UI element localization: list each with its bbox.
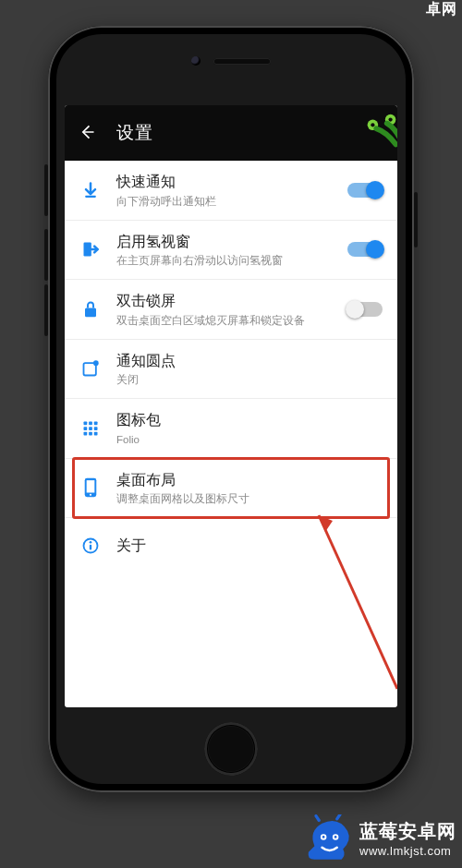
- svg-point-28: [322, 836, 325, 838]
- svg-rect-10: [89, 421, 92, 425]
- watermark-url: www.lmkjst.com: [359, 844, 456, 858]
- toggle-hydrogen[interactable]: [347, 242, 383, 257]
- item-subtitle: 关闭: [116, 373, 383, 387]
- grid-icon: [78, 420, 103, 437]
- svg-point-0: [368, 120, 379, 131]
- exit-right-icon: [78, 240, 103, 259]
- settings-item-icon-pack[interactable]: 图标包 Folio: [65, 399, 397, 459]
- item-title: 桌面布局: [116, 470, 383, 490]
- settings-item-hydrogen[interactable]: 启用氢视窗 在主页屏幕向右滑动以访问氢视窗: [65, 221, 397, 281]
- svg-point-29: [334, 836, 337, 838]
- item-title: 图标包: [116, 410, 383, 430]
- app-header: 设置: [65, 105, 397, 161]
- watermark: 蓝莓安卓网 www.lmkjst.com: [304, 814, 456, 862]
- watermark-title: 蓝莓安卓网: [359, 819, 456, 844]
- svg-point-20: [90, 494, 91, 496]
- settings-item-quick-notify[interactable]: 快速通知 向下滑动呼出通知栏: [65, 161, 397, 221]
- home-button[interactable]: [204, 722, 258, 776]
- settings-item-notification-dot[interactable]: 通知圆点 关闭: [65, 340, 397, 400]
- item-subtitle: 在主页屏幕向右滑动以访问氢视窗: [116, 254, 340, 268]
- item-title: 启用氢视窗: [116, 232, 340, 252]
- notification-dot-icon: [78, 359, 103, 378]
- item-subtitle: 双击桌面空白区域熄灭屏幕和锁定设备: [116, 314, 340, 328]
- svg-rect-9: [84, 421, 88, 425]
- lock-icon: [78, 300, 103, 319]
- settings-item-double-tap-lock[interactable]: 双击锁屏 双击桌面空白区域熄灭屏幕和锁定设备: [65, 280, 397, 340]
- toggle-double-tap-lock[interactable]: [347, 302, 383, 317]
- header-decoration-icon: [360, 111, 397, 153]
- svg-rect-12: [84, 427, 88, 430]
- svg-rect-17: [94, 432, 98, 436]
- earpiece-icon: [213, 58, 271, 65]
- phone-earpiece-area: [48, 50, 414, 72]
- item-subtitle: 向下滑动呼出通知栏: [116, 195, 340, 209]
- svg-point-3: [388, 117, 392, 121]
- watermark-logo-icon: [304, 814, 352, 862]
- item-title: 通知圆点: [116, 351, 383, 371]
- item-title: 关于: [116, 536, 383, 556]
- svg-line-30: [316, 816, 319, 821]
- svg-point-2: [385, 115, 396, 125]
- item-title: 双击锁屏: [116, 291, 340, 311]
- item-subtitle: 调整桌面网格以及图标尺寸: [116, 492, 383, 506]
- toggle-quick-notify[interactable]: [347, 183, 383, 198]
- back-icon[interactable]: [78, 123, 96, 144]
- page-corner-watermark: 卓网: [426, 0, 456, 19]
- info-icon: [78, 536, 103, 555]
- svg-rect-4: [85, 196, 96, 198]
- settings-list: 快速通知 向下滑动呼出通知栏 启用氢视窗 在: [65, 161, 397, 573]
- svg-rect-11: [94, 421, 98, 425]
- screen: 设置: [65, 105, 397, 707]
- settings-item-desktop-layout[interactable]: 桌面布局 调整桌面网格以及图标尺寸: [65, 459, 397, 519]
- svg-point-1: [371, 123, 374, 127]
- item-title: 快速通知: [116, 172, 340, 192]
- phone-frame: 设置: [48, 26, 414, 792]
- svg-rect-19: [87, 481, 95, 493]
- item-subtitle: Folio: [116, 433, 383, 447]
- svg-rect-14: [94, 427, 98, 430]
- svg-rect-15: [84, 432, 88, 436]
- phone-layout-icon: [78, 477, 103, 498]
- svg-point-22: [90, 541, 92, 544]
- svg-rect-23: [90, 545, 91, 550]
- svg-line-31: [337, 814, 340, 819]
- svg-rect-13: [89, 427, 92, 430]
- settings-item-about[interactable]: 关于: [65, 518, 397, 573]
- front-camera-icon: [191, 56, 201, 66]
- svg-rect-16: [89, 432, 92, 436]
- svg-rect-6: [85, 307, 96, 317]
- download-arrow-icon: [78, 181, 103, 199]
- page-title: 设置: [116, 121, 153, 145]
- svg-point-8: [93, 361, 99, 367]
